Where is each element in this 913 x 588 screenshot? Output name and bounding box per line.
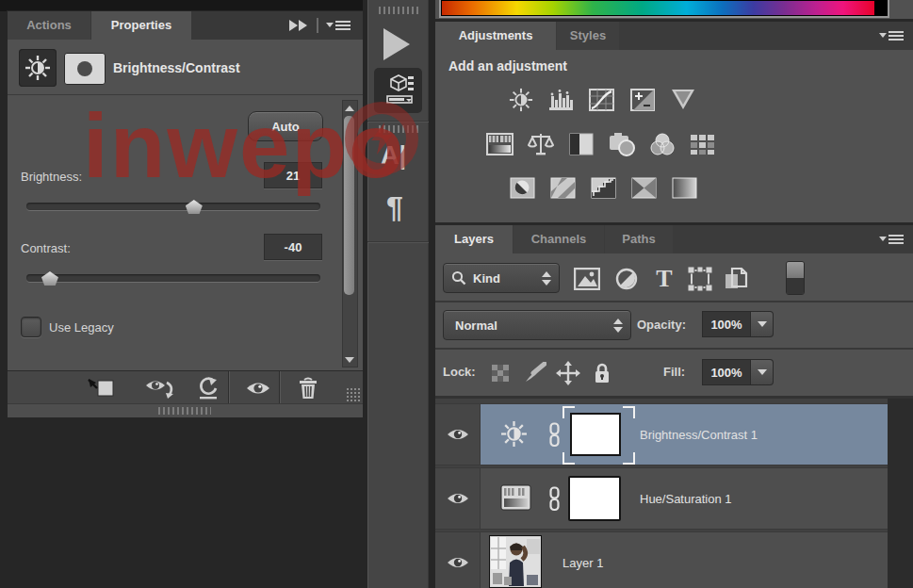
visibility-eye-icon[interactable] xyxy=(435,532,481,588)
layer-row-layer1[interactable]: Layer 1 xyxy=(435,531,888,588)
panel-resize-grip[interactable] xyxy=(346,387,361,402)
clip-to-layer-icon[interactable] xyxy=(80,374,122,401)
layer-list: Brightness/Contrast 1 xyxy=(435,399,913,588)
layer-name[interactable]: Hue/Saturation 1 xyxy=(640,492,732,506)
contrast-slider[interactable] xyxy=(26,274,320,282)
brightness-value-input[interactable]: 21 xyxy=(264,162,322,188)
brightness-slider-thumb[interactable] xyxy=(186,200,203,214)
lock-pixels-icon[interactable] xyxy=(522,362,546,384)
adjustment-gradient-map-icon[interactable] xyxy=(630,176,658,200)
adjustment-layers-icon[interactable] xyxy=(612,267,641,291)
panel-menu-icon[interactable] xyxy=(326,20,351,32)
use-legacy-checkbox[interactable] xyxy=(21,317,41,337)
hue-saturation-layer-icon[interactable] xyxy=(500,484,531,511)
panel-menu-icon[interactable] xyxy=(879,234,904,246)
layer-row-hue-saturation[interactable]: Hue/Saturation 1 xyxy=(435,467,888,530)
layer-mask-thumbnail[interactable] xyxy=(570,413,621,456)
tab-layers[interactable]: Layers xyxy=(435,225,513,253)
shape-layers-icon[interactable] xyxy=(686,267,714,291)
adjustment-color-lookup-icon[interactable] xyxy=(689,132,716,155)
adjustment-selective-color-icon[interactable] xyxy=(671,176,698,200)
brightness-slider[interactable] xyxy=(26,203,320,210)
pixel-layers-icon[interactable] xyxy=(573,267,601,291)
opacity-arrow-icon[interactable] xyxy=(751,311,774,337)
adjustment-color-balance-icon[interactable] xyxy=(527,132,554,155)
properties-tabbar: Actions Properties xyxy=(8,11,363,40)
adjustment-black-white-icon[interactable] xyxy=(567,132,595,155)
tab-channels[interactable]: Channels xyxy=(514,225,604,253)
mask-selected-bracket xyxy=(562,406,575,418)
lock-position-icon[interactable] xyxy=(556,362,580,384)
brightness-contrast-layer-icon[interactable] xyxy=(500,420,528,448)
actions-play-icon[interactable] xyxy=(383,28,410,60)
updown-arrows-icon xyxy=(613,318,623,333)
tabbar-divider xyxy=(317,18,318,33)
delete-trash-icon[interactable] xyxy=(288,374,328,401)
watermark-logo-icon xyxy=(345,102,418,175)
mask-link-icon[interactable] xyxy=(548,422,561,448)
color-panel-fragment xyxy=(439,0,889,19)
filter-switch-toggle[interactable] xyxy=(786,261,805,295)
adjustment-posterize-icon[interactable] xyxy=(549,176,577,200)
scroll-down-icon[interactable] xyxy=(343,353,355,366)
lock-all-icon[interactable] xyxy=(590,362,614,384)
properties-toolbar xyxy=(8,370,363,404)
layer-mask-thumbnail[interactable] xyxy=(568,476,621,521)
tab-properties[interactable]: Properties xyxy=(91,11,191,40)
smart-object-layers-icon[interactable] xyxy=(722,267,750,291)
opacity-value[interactable]: 100% xyxy=(702,311,751,337)
mask-link-icon[interactable] xyxy=(548,486,561,512)
blend-mode-dropdown[interactable]: Normal xyxy=(443,310,631,340)
scroll-up-icon[interactable] xyxy=(343,102,355,114)
panel-menu-icon[interactable] xyxy=(879,30,904,42)
layer-name[interactable]: Brightness/Contrast 1 xyxy=(640,428,758,442)
visibility-eye-icon[interactable] xyxy=(239,374,277,401)
tab-paths[interactable]: Paths xyxy=(605,225,673,253)
contrast-slider-thumb[interactable] xyxy=(41,271,58,286)
adjustment-curves-icon[interactable] xyxy=(588,88,615,111)
adjustment-invert-icon[interactable] xyxy=(509,176,536,200)
brightness-label: Brightness: xyxy=(21,170,82,184)
adjustment-exposure-icon[interactable] xyxy=(628,88,656,111)
layer-row-brightness-contrast[interactable]: Brightness/Contrast 1 xyxy=(435,403,888,466)
adjustment-channel-mixer-icon[interactable] xyxy=(648,132,676,155)
filter-kind-dropdown[interactable]: Kind xyxy=(443,263,560,293)
tab-styles[interactable]: Styles xyxy=(557,22,619,50)
fill-dropdown[interactable]: 100% xyxy=(702,359,774,385)
layer-list-scroll-gutter[interactable] xyxy=(888,399,913,588)
view-previous-state-icon[interactable] xyxy=(139,374,183,401)
layers-tabbar: Layers Channels Paths xyxy=(435,225,913,253)
adjustment-threshold-icon[interactable] xyxy=(590,176,617,200)
adjustment-photo-filter-icon[interactable] xyxy=(608,132,635,155)
layers-blend-row: Normal Opacity: 100% xyxy=(435,302,913,350)
top-edge-strip xyxy=(0,0,363,11)
panel-drag-handle[interactable] xyxy=(158,407,211,415)
auto-button[interactable]: Auto xyxy=(248,111,323,141)
adjustment-vibrance-icon[interactable] xyxy=(669,88,696,111)
adjustment-brightness-contrast-icon[interactable] xyxy=(507,88,534,111)
fill-arrow-icon[interactable] xyxy=(751,359,774,385)
visibility-eye-icon[interactable] xyxy=(435,404,481,465)
collapse-panel-icon[interactable] xyxy=(287,19,310,32)
lock-label: Lock: xyxy=(443,365,476,379)
mask-selected-bracket xyxy=(623,452,635,465)
color-spectrum-ramp[interactable] xyxy=(439,0,889,18)
adjustment-hue-saturation-icon[interactable] xyxy=(486,132,514,155)
tab-adjustments[interactable]: Adjustments xyxy=(435,22,556,50)
opacity-dropdown[interactable]: 100% xyxy=(702,311,774,337)
fill-value[interactable]: 100% xyxy=(702,359,751,385)
visibility-eye-icon[interactable] xyxy=(435,468,481,529)
properties-header: Brightness/Contrast xyxy=(8,40,363,95)
lock-transparency-icon[interactable] xyxy=(488,362,513,384)
black-swatch[interactable] xyxy=(874,1,887,15)
image-layer-thumbnail[interactable] xyxy=(491,537,540,586)
layer-name[interactable]: Layer 1 xyxy=(562,556,603,570)
paragraph-panel-icon[interactable]: ¶ xyxy=(386,190,403,225)
reset-icon[interactable] xyxy=(188,374,228,401)
tab-actions[interactable]: Actions xyxy=(8,11,90,40)
adjustment-levels-icon[interactable] xyxy=(547,88,575,111)
type-layers-icon[interactable]: T xyxy=(650,267,678,291)
contrast-value-input[interactable]: -40 xyxy=(264,234,322,260)
dock-drag-handle[interactable] xyxy=(379,7,418,14)
layers-filter-row: Kind T xyxy=(435,253,913,302)
